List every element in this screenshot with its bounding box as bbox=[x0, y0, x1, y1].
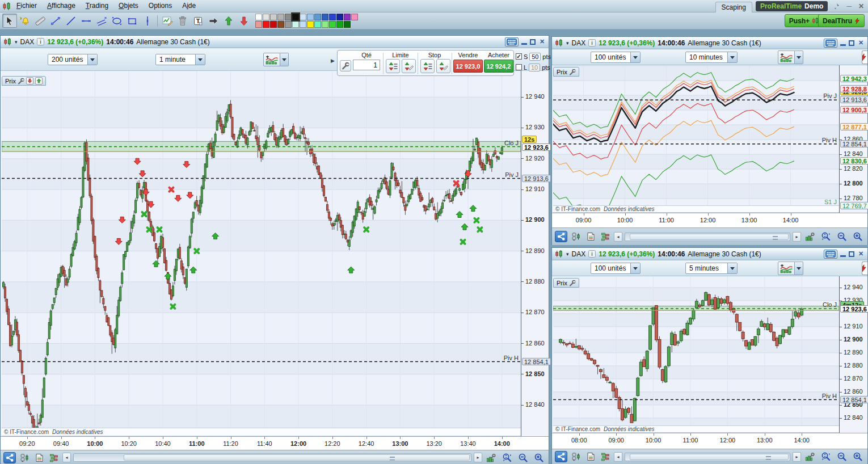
time-scrollbar[interactable] bbox=[625, 233, 790, 241]
price-axis[interactable]: 12 86012 84012 82012 80012 78012 920,612… bbox=[839, 65, 867, 213]
zoom-fit-icon[interactable] bbox=[819, 231, 833, 242]
chart-type-dropdown-arrow[interactable] bbox=[280, 53, 289, 66]
text-tool-button[interactable] bbox=[191, 14, 205, 28]
titlebar[interactable]: ▾ DAX 12 923,6 (+0,36%) 14:00:46 Allemag… bbox=[1, 36, 549, 48]
dropdown-arrow-icon[interactable] bbox=[727, 263, 737, 273]
channel-tool-button[interactable] bbox=[94, 14, 109, 28]
edit-chart-tool-button[interactable] bbox=[160, 14, 175, 28]
dropdown-arrow-icon[interactable] bbox=[195, 54, 205, 65]
buy-limit-order-button[interactable] bbox=[386, 59, 400, 73]
dealthru-edge-button[interactable] bbox=[862, 261, 867, 275]
close-button[interactable]: ✕ bbox=[857, 250, 865, 258]
buy-arrow-mini-button[interactable] bbox=[35, 77, 43, 85]
order-panel-collapse-arrow[interactable]: ▶ bbox=[331, 58, 335, 64]
share-icon[interactable] bbox=[555, 451, 567, 462]
color-swatch[interactable] bbox=[329, 14, 336, 20]
quantity-input[interactable]: 1 bbox=[353, 60, 380, 70]
symbol-dropdown-caret[interactable]: ▾ bbox=[566, 251, 569, 257]
units-dropdown[interactable]: 100 unités bbox=[591, 263, 641, 274]
keyboard-icon[interactable] bbox=[824, 250, 837, 259]
titlebar[interactable]: ▾ DAX 12 923,6 (+0,36%) 14:00:46 Allemag… bbox=[552, 248, 867, 260]
order-book-icon[interactable] bbox=[48, 452, 60, 463]
arrow-right-tool-button[interactable] bbox=[206, 14, 221, 28]
timeframe-dropdown[interactable]: 1 minute bbox=[155, 54, 205, 65]
maximize-button[interactable] bbox=[530, 39, 536, 45]
price-pane-tab[interactable]: Prix bbox=[2, 76, 46, 86]
chart-settings-icon[interactable] bbox=[803, 231, 817, 242]
minimize-button[interactable] bbox=[840, 251, 846, 257]
line-plot-10min[interactable]: Piv JPiv HS1 J bbox=[553, 65, 839, 205]
menu-item-fichier[interactable]: Fichier bbox=[11, 2, 42, 10]
pin-icon[interactable] bbox=[831, 3, 841, 10]
order-book-icon[interactable] bbox=[599, 231, 612, 242]
sell-limit-order-button[interactable] bbox=[402, 59, 416, 73]
menu-item-aide[interactable]: Aide bbox=[177, 2, 201, 10]
order-book-icon[interactable] bbox=[599, 451, 612, 462]
menu-item-affichage[interactable]: Affichage bbox=[42, 2, 81, 10]
scroll-left-button[interactable]: ◂ bbox=[614, 232, 622, 242]
zoom-fit-icon[interactable] bbox=[500, 452, 514, 463]
color-swatch[interactable] bbox=[255, 14, 262, 20]
line-tool-button[interactable] bbox=[64, 14, 78, 28]
dropdown-arrow-icon[interactable] bbox=[630, 263, 640, 273]
buy-market-button[interactable]: 12 924,2 bbox=[484, 60, 513, 73]
scrollbar-handle[interactable] bbox=[124, 454, 470, 461]
segment-tool-button[interactable] bbox=[48, 14, 63, 28]
timeframe-dropdown[interactable]: 5 minutes bbox=[685, 263, 738, 274]
color-swatch[interactable] bbox=[307, 14, 314, 20]
close-button[interactable]: ✕ bbox=[538, 38, 546, 45]
scroll-left-button[interactable]: ◂ bbox=[62, 453, 71, 462]
dropdown-arrow-icon[interactable] bbox=[87, 54, 97, 65]
dealthru-button[interactable]: DealThru bbox=[818, 14, 865, 27]
maximize-button[interactable] bbox=[849, 40, 854, 46]
color-swatch[interactable] bbox=[336, 14, 343, 20]
pane-settings-wrench-icon[interactable] bbox=[18, 78, 24, 85]
time-scrollbar[interactable] bbox=[73, 453, 471, 462]
app-minimize-icon[interactable]: ─ bbox=[845, 2, 853, 10]
sell-stop-order-button[interactable] bbox=[436, 59, 450, 73]
news-icon[interactable] bbox=[33, 452, 45, 463]
scrollbar-handle[interactable] bbox=[630, 454, 789, 460]
color-swatch[interactable] bbox=[314, 21, 321, 28]
chart-settings-icon[interactable] bbox=[803, 451, 817, 462]
pane-settings-wrench-icon[interactable] bbox=[569, 69, 576, 75]
zoom-in-icon[interactable] bbox=[851, 231, 865, 242]
info-icon[interactable] bbox=[588, 250, 596, 258]
symbol-dropdown-caret[interactable]: ▾ bbox=[15, 39, 18, 45]
arrow-down-tool-button[interactable] bbox=[237, 14, 251, 28]
news-icon[interactable] bbox=[584, 231, 597, 242]
sell-arrow-mini-button[interactable] bbox=[26, 77, 33, 85]
linked-instrument-icon[interactable] bbox=[570, 451, 582, 462]
stop-s-value-input[interactable]: 50 bbox=[529, 53, 541, 61]
zoom-in-icon[interactable] bbox=[851, 451, 865, 462]
zoom-fit-icon[interactable] bbox=[819, 451, 833, 462]
dropdown-arrow-icon[interactable] bbox=[727, 52, 737, 62]
cursor-tool-button[interactable] bbox=[2, 14, 17, 28]
minimize-button[interactable] bbox=[521, 39, 527, 45]
minimize-button[interactable] bbox=[840, 40, 846, 46]
arrow-up-tool-button[interactable] bbox=[221, 14, 236, 28]
scroll-right-button[interactable]: ▸ bbox=[793, 452, 801, 462]
color-swatch[interactable] bbox=[263, 21, 269, 28]
stop-checkbox-checked[interactable]: ✓ bbox=[516, 53, 522, 60]
timeframe-dropdown[interactable]: 10 minutes bbox=[685, 52, 738, 63]
share-icon[interactable] bbox=[555, 231, 567, 242]
chart-settings-icon[interactable] bbox=[484, 452, 498, 463]
dealthru-edge-button[interactable] bbox=[862, 50, 867, 64]
color-swatch[interactable] bbox=[300, 14, 306, 20]
units-dropdown[interactable]: 100 unités bbox=[591, 52, 641, 63]
pane-settings-wrench-icon[interactable] bbox=[569, 280, 576, 286]
titlebar[interactable]: ▾ DAX 12 923,6 (+0,36%) 14:00:46 Allemag… bbox=[552, 37, 867, 49]
order-settings-wrench-icon[interactable] bbox=[340, 60, 351, 71]
delete-tool-button[interactable] bbox=[175, 14, 190, 28]
color-swatch[interactable] bbox=[270, 21, 277, 28]
color-swatch[interactable] bbox=[307, 21, 314, 28]
workspace-tab[interactable]: Scaping bbox=[715, 2, 752, 12]
rectangle-tool-button[interactable] bbox=[125, 14, 140, 28]
color-swatch[interactable] bbox=[255, 21, 262, 28]
color-swatch[interactable] bbox=[322, 14, 328, 20]
color-swatch[interactable] bbox=[336, 21, 343, 28]
linked-instrument-icon[interactable] bbox=[570, 231, 582, 242]
candlestick-plot-5min[interactable]: Clo JPiv H bbox=[553, 276, 839, 425]
chart-type-dropdown-arrow[interactable] bbox=[795, 261, 803, 275]
